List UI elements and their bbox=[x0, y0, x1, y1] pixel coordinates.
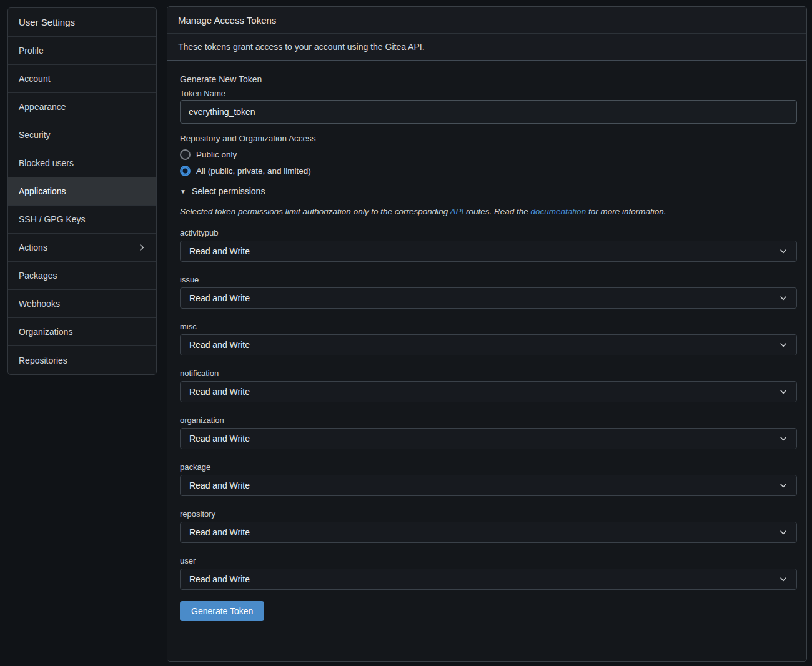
settings-sidebar: User Settings Profile Account Appearance… bbox=[7, 7, 157, 375]
chevron-down-icon bbox=[779, 575, 788, 584]
sidebar-item-label: Actions bbox=[19, 242, 47, 252]
page-title: Manage Access Tokens bbox=[167, 7, 806, 34]
sidebar-item-label: Organizations bbox=[19, 327, 72, 337]
sidebar-item-organizations[interactable]: Organizations bbox=[8, 318, 156, 346]
selected-value: Read and Write bbox=[189, 293, 250, 303]
permission-label: issue bbox=[180, 275, 797, 284]
note-text: routes. Read the bbox=[463, 207, 530, 216]
sidebar-item-webhooks[interactable]: Webhooks bbox=[8, 290, 156, 318]
sidebar-item-actions[interactable]: Actions bbox=[8, 234, 156, 262]
sidebar-item-label: Packages bbox=[19, 271, 57, 281]
chevron-down-icon bbox=[779, 340, 788, 349]
generate-token-form: Generate New Token Token Name Repository… bbox=[167, 61, 806, 661]
manage-access-tokens-panel: Manage Access Tokens These tokens grant … bbox=[167, 6, 807, 662]
permission-label: organization bbox=[180, 415, 797, 425]
sidebar-item-label: Webhooks bbox=[19, 299, 60, 309]
permission-group-user: user Read and Write bbox=[180, 556, 797, 590]
radio-unchecked-icon bbox=[180, 149, 191, 160]
radio-checked-icon bbox=[180, 166, 191, 176]
selected-value: Read and Write bbox=[189, 340, 250, 350]
sidebar-item-appearance[interactable]: Appearance bbox=[8, 93, 156, 121]
access-section-label: Repository and Organization Access bbox=[180, 134, 797, 143]
permission-group-repository: repository Read and Write bbox=[180, 509, 797, 543]
sidebar-item-account[interactable]: Account bbox=[8, 65, 156, 93]
documentation-link[interactable]: documentation bbox=[531, 207, 587, 216]
permission-select-organization[interactable]: Read and Write bbox=[180, 428, 797, 449]
selected-value: Read and Write bbox=[189, 480, 250, 490]
sidebar-item-label: Repositories bbox=[19, 355, 67, 365]
sidebar-item-blocked-users[interactable]: Blocked users bbox=[8, 149, 156, 177]
permission-select-user[interactable]: Read and Write bbox=[180, 569, 797, 590]
permission-label: notification bbox=[180, 369, 797, 378]
note-text: for more information. bbox=[586, 207, 666, 216]
select-permissions-label: Select permissions bbox=[192, 186, 265, 196]
radio-all-label: All (public, private, and limited) bbox=[196, 166, 311, 176]
sidebar-item-security[interactable]: Security bbox=[8, 121, 156, 149]
page-layout: User Settings Profile Account Appearance… bbox=[0, 0, 812, 662]
sidebar-item-label: Profile bbox=[19, 46, 44, 56]
chevron-down-icon bbox=[779, 528, 788, 537]
sidebar-item-label: Account bbox=[19, 74, 51, 84]
sidebar-item-packages[interactable]: Packages bbox=[8, 262, 156, 290]
permission-select-issue[interactable]: Read and Write bbox=[180, 287, 797, 309]
permission-group-misc: misc Read and Write bbox=[180, 322, 797, 355]
selected-value: Read and Write bbox=[189, 574, 250, 584]
permission-select-misc[interactable]: Read and Write bbox=[180, 334, 797, 355]
permission-select-repository[interactable]: Read and Write bbox=[180, 522, 797, 543]
generate-token-button[interactable]: Generate Token bbox=[180, 601, 264, 621]
selected-value: Read and Write bbox=[189, 246, 250, 256]
chevron-down-icon bbox=[779, 294, 788, 302]
select-permissions-toggle[interactable]: ▼ Select permissions bbox=[180, 184, 265, 198]
sidebar-title: User Settings bbox=[8, 8, 156, 37]
selected-value: Read and Write bbox=[189, 527, 250, 537]
radio-public-only[interactable]: Public only bbox=[180, 146, 237, 162]
token-name-label: Token Name bbox=[180, 89, 797, 98]
sidebar-item-profile[interactable]: Profile bbox=[8, 37, 156, 65]
permission-label: activitypub bbox=[180, 228, 797, 237]
permission-group-notification: notification Read and Write bbox=[180, 369, 797, 402]
caret-down-icon: ▼ bbox=[180, 188, 186, 195]
token-description: These tokens grant access to your accoun… bbox=[167, 34, 806, 61]
permission-label: repository bbox=[180, 509, 797, 519]
sidebar-item-ssh-gpg-keys[interactable]: SSH / GPG Keys bbox=[8, 206, 156, 234]
permission-label: user bbox=[180, 556, 797, 565]
permission-group-organization: organization Read and Write bbox=[180, 415, 797, 449]
chevron-down-icon bbox=[779, 247, 788, 256]
permission-label: misc bbox=[180, 322, 797, 331]
api-link[interactable]: API bbox=[450, 207, 463, 216]
chevron-right-icon bbox=[138, 244, 146, 251]
note-text: Selected token permissions limit authori… bbox=[180, 207, 450, 216]
permission-select-notification[interactable]: Read and Write bbox=[180, 381, 797, 402]
radio-public-only-label: Public only bbox=[196, 150, 237, 159]
selected-value: Read and Write bbox=[189, 387, 250, 397]
selected-value: Read and Write bbox=[189, 434, 250, 444]
permission-label: package bbox=[180, 462, 797, 472]
radio-all[interactable]: All (public, private, and limited) bbox=[180, 162, 311, 179]
sidebar-item-label: SSH / GPG Keys bbox=[19, 214, 86, 224]
sidebar-item-label: Applications bbox=[19, 186, 66, 196]
permission-group-issue: issue Read and Write bbox=[180, 275, 797, 309]
chevron-down-icon bbox=[779, 387, 788, 396]
generate-new-token-heading: Generate New Token bbox=[180, 74, 797, 84]
chevron-down-icon bbox=[779, 481, 788, 490]
token-name-input[interactable] bbox=[180, 100, 797, 124]
permissions-note: Selected token permissions limit authori… bbox=[180, 206, 797, 218]
permission-group-package: package Read and Write bbox=[180, 462, 797, 496]
sidebar-item-repositories[interactable]: Repositories bbox=[8, 346, 156, 374]
chevron-down-icon bbox=[779, 434, 788, 443]
permission-select-activitypub[interactable]: Read and Write bbox=[180, 241, 797, 262]
permission-group-activitypub: activitypub Read and Write bbox=[180, 228, 797, 262]
sidebar-item-label: Security bbox=[19, 130, 51, 140]
permission-select-package[interactable]: Read and Write bbox=[180, 475, 797, 496]
sidebar-item-label: Blocked users bbox=[19, 158, 74, 168]
sidebar-item-applications[interactable]: Applications bbox=[8, 177, 156, 206]
sidebar-item-label: Appearance bbox=[19, 102, 66, 112]
